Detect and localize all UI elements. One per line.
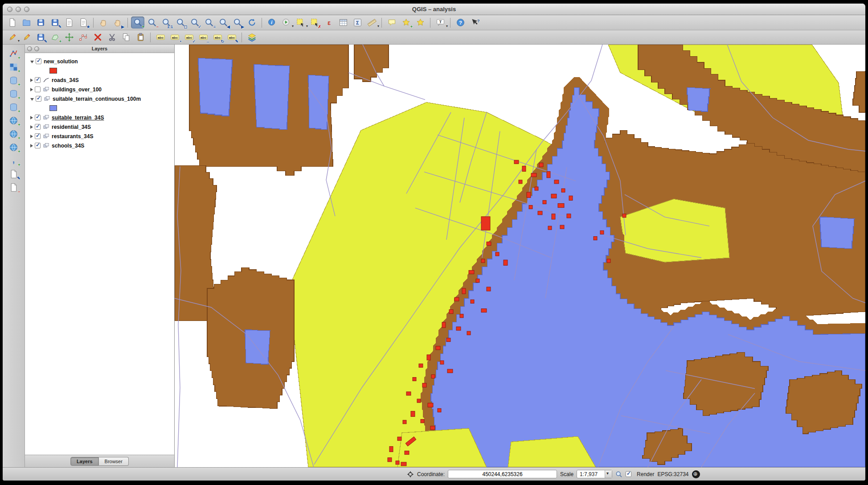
layer-item-schools_34S[interactable]: schools_34S bbox=[25, 141, 174, 150]
map-canvas[interactable] bbox=[175, 45, 865, 467]
close-window-button[interactable] bbox=[7, 7, 12, 12]
panel-float-icon[interactable] bbox=[34, 46, 39, 51]
layer-item-restaurants_34S[interactable]: restaurants_34S bbox=[25, 132, 174, 141]
node-tool-button[interactable] bbox=[77, 31, 90, 43]
layer-item-residential_34S[interactable]: residential_34S bbox=[25, 122, 174, 132]
remove-layer-button[interactable]: − bbox=[7, 181, 20, 193]
add-mssql-layer-button[interactable]: + bbox=[7, 101, 20, 113]
labeling-button[interactable] bbox=[154, 31, 167, 43]
text-annotation-dropdown-icon[interactable]: ▾ bbox=[446, 24, 448, 28]
open-project-button[interactable] bbox=[20, 16, 33, 29]
new-project-button[interactable] bbox=[5, 16, 19, 29]
layer-item-suitable_terrain_34S[interactable]: suitable_terrain_34S bbox=[25, 113, 174, 122]
zoom-next-button[interactable]: ▶ bbox=[231, 16, 244, 29]
symbol-swatch[interactable] bbox=[49, 105, 57, 111]
add-wms-layer-button[interactable]: + bbox=[7, 115, 20, 127]
disclosure-triangle-icon[interactable] bbox=[30, 116, 33, 119]
disclosure-triangle-icon[interactable] bbox=[30, 125, 33, 129]
panel-close-icon[interactable] bbox=[27, 46, 32, 51]
minimize-window-button[interactable] bbox=[16, 7, 21, 12]
move-label-button[interactable]: ↔ bbox=[197, 31, 210, 43]
run-feature-action-button[interactable]: ▾ bbox=[279, 16, 293, 29]
new-print-composer-button[interactable] bbox=[62, 16, 76, 29]
layer-item-suitable_terrain_continuous_100m[interactable]: suitable_terrain_continuous_100m bbox=[25, 94, 174, 103]
add-wcs-layer-button[interactable]: + bbox=[7, 128, 20, 140]
zoom-in-button[interactable]: + bbox=[131, 16, 144, 29]
zoom-to-selection-button[interactable]: ✓ bbox=[188, 16, 201, 29]
select-features-button[interactable]: ▾ bbox=[294, 16, 307, 29]
zoom-window-button[interactable] bbox=[24, 7, 29, 12]
change-label-button[interactable]: ✎ bbox=[225, 31, 238, 43]
help-contents-button[interactable] bbox=[454, 16, 467, 29]
new-bookmark-button[interactable]: + bbox=[399, 16, 413, 29]
python-console-button[interactable] bbox=[245, 31, 258, 43]
select-by-expression-button[interactable] bbox=[322, 16, 336, 29]
save-layer-edits-button[interactable]: ✎ bbox=[34, 31, 47, 43]
pan-map-button[interactable] bbox=[97, 16, 110, 29]
layer-visibility-checkbox[interactable] bbox=[35, 143, 41, 148]
pin-labels-button[interactable]: • bbox=[168, 31, 181, 43]
deselect-features-button[interactable]: ✗ bbox=[308, 16, 321, 29]
pan-map-to-selection-button[interactable]: ▶ bbox=[111, 16, 124, 29]
zoom-last-button[interactable]: ◀ bbox=[217, 16, 230, 29]
highlight-labels-button[interactable]: ✓ bbox=[182, 31, 196, 43]
layer-visibility-checkbox[interactable] bbox=[35, 124, 41, 130]
disclosure-triangle-icon[interactable] bbox=[30, 98, 34, 101]
disclosure-triangle-icon[interactable] bbox=[30, 135, 33, 138]
tab-browser[interactable]: Browser bbox=[99, 457, 129, 466]
add-vector-layer-button[interactable]: + bbox=[7, 48, 20, 60]
add-spatialite-layer-button[interactable]: + bbox=[7, 88, 20, 100]
toggle-editing-button[interactable] bbox=[20, 31, 33, 43]
rotate-label-button[interactable]: ↻ bbox=[211, 31, 224, 43]
disclosure-triangle-icon[interactable] bbox=[30, 61, 34, 63]
measure-line-dropdown-icon[interactable]: ▾ bbox=[377, 24, 379, 28]
save-project-as-button[interactable]: ✎ bbox=[48, 16, 61, 29]
crs-status-button[interactable] bbox=[692, 470, 700, 478]
paste-features-button[interactable] bbox=[134, 31, 147, 43]
disclosure-triangle-icon[interactable] bbox=[30, 88, 33, 91]
layer-item-new_solution[interactable]: new_solution bbox=[25, 57, 174, 66]
symbol-swatch[interactable] bbox=[49, 68, 57, 74]
add-delimited-text-layer-button[interactable]: + bbox=[7, 155, 20, 167]
new-shapefile-layer-button[interactable]: ✎ bbox=[7, 168, 20, 180]
move-feature-button[interactable] bbox=[62, 31, 76, 43]
cut-features-button[interactable] bbox=[105, 31, 119, 43]
add-feature-button[interactable]: + bbox=[48, 31, 61, 43]
render-checkbox[interactable] bbox=[626, 471, 631, 477]
field-calculator-button[interactable] bbox=[351, 16, 364, 29]
disclosure-triangle-icon[interactable] bbox=[30, 144, 33, 148]
layer-visibility-checkbox[interactable] bbox=[35, 133, 41, 139]
scale-magnifier-icon[interactable] bbox=[615, 471, 622, 478]
open-attribute-table-button[interactable] bbox=[336, 16, 350, 29]
layer-visibility-checkbox[interactable] bbox=[36, 58, 41, 64]
scale-dropdown-icon[interactable] bbox=[605, 470, 612, 478]
layer-item-roads_34S[interactable]: roads_34S bbox=[25, 75, 174, 85]
map-tips-button[interactable] bbox=[385, 16, 398, 29]
text-annotation-button[interactable]: ▾ bbox=[434, 16, 447, 29]
coordinate-capture-icon[interactable] bbox=[407, 471, 414, 478]
layer-visibility-checkbox[interactable] bbox=[35, 77, 41, 83]
layer-visibility-checkbox[interactable] bbox=[35, 115, 41, 120]
layer-visibility-checkbox[interactable] bbox=[35, 86, 41, 92]
current-edits-button[interactable]: ▾ bbox=[5, 31, 19, 43]
delete-selected-button[interactable] bbox=[91, 31, 104, 43]
save-project-button[interactable] bbox=[34, 16, 47, 29]
copy-features-button[interactable] bbox=[119, 31, 133, 43]
zoom-native-button[interactable]: 1:1 bbox=[160, 16, 173, 29]
refresh-map-button[interactable] bbox=[245, 16, 258, 29]
add-postgis-layer-button[interactable]: + bbox=[7, 74, 20, 86]
measure-line-button[interactable]: ▾ bbox=[365, 16, 378, 29]
zoom-full-button[interactable]: ◻ bbox=[174, 16, 187, 29]
add-raster-layer-button[interactable]: + bbox=[7, 61, 20, 73]
disclosure-triangle-icon[interactable] bbox=[30, 78, 33, 82]
coordinate-input[interactable] bbox=[448, 470, 557, 478]
whats-this-button[interactable] bbox=[468, 16, 481, 29]
layer-visibility-checkbox[interactable] bbox=[36, 96, 41, 102]
show-bookmarks-button[interactable] bbox=[414, 16, 427, 29]
layer-item-buildings_over_100[interactable]: buildings_over_100 bbox=[25, 85, 174, 94]
add-wfs-layer-button[interactable]: + bbox=[7, 141, 20, 153]
identify-features-button[interactable] bbox=[265, 16, 278, 29]
scale-combobox[interactable]: 1:7,937 bbox=[577, 470, 612, 478]
zoom-out-button[interactable]: − bbox=[145, 16, 159, 29]
composer-manager-button[interactable]: ★ bbox=[77, 16, 90, 29]
